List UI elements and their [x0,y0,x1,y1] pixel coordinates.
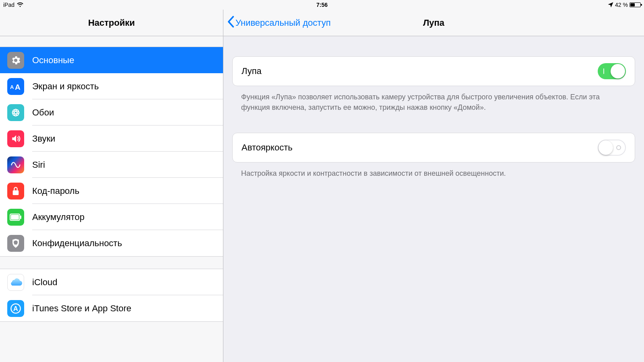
sidebar-item-passcode[interactable]: Код-пароль [0,178,223,204]
chevron-left-icon [227,16,235,30]
sidebar-item-privacy[interactable]: Конфиденциальность [0,230,223,256]
sidebar-item-stores[interactable]: AiTunes Store и App Store [0,295,223,321]
privacy-icon [7,235,24,252]
passcode-icon [7,183,24,200]
sidebar-item-label: Звуки [32,134,55,144]
toggle-autobright[interactable] [598,140,626,156]
display-icon: AA [7,78,24,95]
sidebar-item-label: Экран и яркость [32,81,99,92]
setting-row-magnifier: Лупа [233,57,635,86]
battery-icon [630,2,641,7]
svg-rect-14 [11,215,19,220]
detail-pane: Универсальный доступ Лупа ЛупаФункция «Л… [223,10,644,362]
status-device: iPad [3,2,14,8]
wifi-icon [17,2,23,7]
sidebar-item-icloud[interactable]: iCloud [0,269,223,295]
location-icon [608,2,613,8]
status-time: 7:56 [316,2,328,8]
sidebar-item-display[interactable]: AAЭкран и яркость [0,73,223,99]
sidebar-item-label: Конфиденциальность [32,238,122,249]
sidebar-item-label: Siri [32,160,45,170]
store-icon: A [7,300,24,317]
svg-text:A: A [13,304,18,312]
setting-footer: Настройка яркости и контрастности в зави… [232,162,635,179]
sidebar-item-label: Код-пароль [32,186,79,196]
svg-rect-11 [13,190,19,195]
svg-point-8 [16,110,18,112]
detail-navbar: Универсальный доступ Лупа [223,10,644,36]
sidebar-item-label: Основные [32,55,74,66]
back-button[interactable]: Универсальный доступ [227,16,331,30]
svg-point-7 [13,110,15,112]
sidebar-navbar: Настройки [0,10,223,36]
setting-label: Автояркость [242,142,293,153]
general-icon [7,52,24,69]
svg-point-9 [13,113,15,115]
siri-icon [7,156,24,173]
sidebar-item-wallpaper[interactable]: Обои [0,99,223,125]
icloud-icon [7,274,24,291]
setting-label: Лупа [242,66,262,76]
sounds-icon [7,130,24,147]
detail-title: Лупа [423,18,444,28]
setting-row-autobright: Автояркость [233,133,635,162]
sidebar-item-general[interactable]: Основные [0,47,223,73]
back-label: Универсальный доступ [235,18,331,28]
sidebar-item-label: Обои [32,107,54,118]
sidebar-item-label: iTunes Store и App Store [32,303,131,314]
sidebar-item-battery[interactable]: Аккумулятор [0,204,223,230]
svg-text:A: A [10,84,14,90]
settings-sidebar: Настройки ОсновныеAAЭкран и яркостьОбоиЗ… [0,10,223,362]
svg-point-10 [16,113,18,115]
svg-text:A: A [15,83,21,91]
battery-icon [7,209,24,226]
sidebar-item-sounds[interactable]: Звуки [0,125,223,152]
sidebar-item-siri[interactable]: Siri [0,152,223,178]
sidebar-item-label: iCloud [32,277,57,288]
toggle-magnifier[interactable] [598,63,626,79]
svg-rect-13 [20,216,21,219]
status-battery-pct: 42 % [615,2,628,8]
setting-footer: Функция «Лупа» позволяет использовать ка… [232,86,635,113]
sidebar-title: Настройки [88,18,135,28]
wallp-icon [7,104,24,121]
sidebar-item-label: Аккумулятор [32,212,85,222]
status-bar: iPad 7:56 42 % [0,0,644,10]
